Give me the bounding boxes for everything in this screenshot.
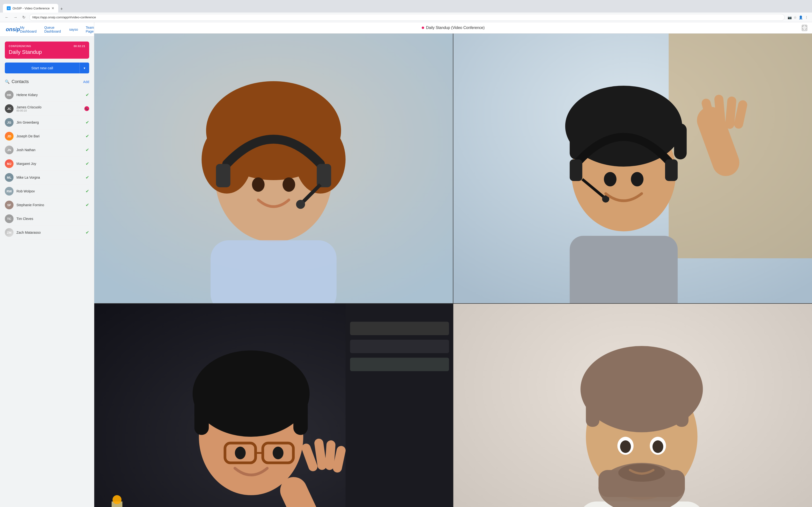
available-badge: ✔ [86,188,89,194]
svg-point-26 [604,172,616,186]
available-badge: ✔ [86,120,89,125]
contact-name: Helene Kidary [16,93,83,97]
svg-point-27 [631,172,644,186]
start-call-wrapper: Start new call ▾ [5,62,89,73]
avatar: SF [5,201,13,209]
svg-rect-36 [350,340,449,353]
avatar: JD [5,132,13,140]
contact-name: James Criscuolo [16,105,82,109]
contact-item[interactable]: ML Mike La Vorgna ✔ [5,171,89,184]
contact-status: 00:00:10 [16,109,82,112]
svg-point-12 [252,177,265,192]
svg-rect-22 [570,159,582,181]
svg-rect-51 [293,390,308,435]
contact-name: Rob Wolpov [16,189,83,193]
available-badge: ✔ [86,202,89,208]
contact-item[interactable]: JD Joseph De Bari ✔ [5,129,89,143]
forward-button[interactable]: → [12,14,18,20]
svg-point-39 [113,495,121,504]
avatar: ML [5,173,13,182]
contact-name: Margaret Joy [16,162,83,166]
contact-item[interactable]: JC James Criscuolo 00:00:10 📞 [5,102,89,116]
contacts-header: 🔍 Contacts Add [5,79,89,84]
svg-point-11 [296,200,305,209]
search-icon[interactable]: 🔍 [5,79,10,84]
conference-title: Daily Standup (Video Conference) [426,25,485,30]
svg-rect-21 [674,123,687,159]
contact-name: Joseph De Bari [16,134,83,138]
svg-point-70 [653,440,663,453]
sidebar: onsip My Dashboard Queue Dashboard sayso… [0,22,94,507]
tab-title: OnSIP - Video Conference [12,6,50,10]
svg-rect-62 [586,387,599,427]
busy-badge: 📞 [84,106,89,111]
svg-rect-50 [194,390,209,435]
contact-item[interactable]: JG Jim Greenberg ✔ [5,116,89,129]
video-cell-1 [94,34,453,303]
contacts-list: HK Helene Kidary ✔ JC James Criscuolo 00… [5,88,89,239]
contact-name: Mike La Vorgna [16,175,83,179]
contacts-title: Contacts [12,79,29,84]
contact-name: Tim Cleves [16,217,89,221]
available-badge: ✔ [86,147,89,153]
queue-dashboard-link[interactable]: Queue Dashboard [44,25,61,33]
tab-close-btn[interactable]: ✕ [51,6,54,10]
onsip-logo: onsip [6,26,20,33]
new-tab-button[interactable]: + [58,6,65,12]
available-badge: ✔ [86,230,89,235]
profile-icon[interactable]: 👤 [799,15,803,19]
contact-item[interactable]: HK Helene Kidary ✔ [5,88,89,102]
video-cell-3 [94,304,453,507]
back-button[interactable]: ← [4,14,10,20]
contact-name: Josh Nathan [16,148,83,152]
camera-icon: 📷 [788,15,792,19]
svg-point-56 [272,447,284,459]
refresh-button[interactable]: ↻ [21,14,27,20]
svg-rect-49 [206,392,296,419]
available-badge: ✔ [86,175,89,180]
sidebar-body: CONFERENCING 00:02:21 Daily Standup Star… [0,37,94,507]
url-text: https://app.onsip.com/app/#/video-confer… [33,15,96,19]
start-call-button[interactable]: Start new call [5,62,80,73]
svg-rect-35 [350,322,449,335]
svg-rect-17 [570,236,678,303]
available-badge: ✔ [86,161,89,166]
start-call-dropdown[interactable]: ▾ [80,62,89,73]
svg-point-13 [283,177,295,192]
contact-name: Jim Greenberg [16,120,83,124]
avatar: JC [5,104,13,113]
contact-name: Zach Matarasso [16,231,83,234]
bookmark-icon[interactable]: ☆ [794,15,797,19]
svg-rect-7 [210,240,337,303]
address-bar: ← → ↻ https://app.onsip.com/app/#/video-… [0,12,812,22]
avatar: JN [5,146,13,154]
contact-item[interactable]: SF Stephanie Fornino ✔ [5,198,89,212]
tab-favicon: O [7,6,11,10]
avatar: HK [5,91,13,99]
contact-item[interactable]: RW Rob Wolpov ✔ [5,184,89,198]
contact-item[interactable]: ZM Zach Matarasso ✔ [5,226,89,239]
add-contact-link[interactable]: Add [83,80,89,84]
url-bar[interactable]: https://app.onsip.com/app/#/video-confer… [29,14,785,21]
vc-header: Daily Standup (Video Conference) ⛶ [94,22,812,34]
my-dashboard-link[interactable]: My Dashboard [20,25,37,33]
active-tab[interactable]: O OnSIP - Video Conference ✕ [3,4,58,12]
menu-icon[interactable]: ⋮ [805,15,808,19]
live-indicator [422,26,424,29]
video-cell-4 [453,304,812,507]
svg-rect-8 [216,164,231,187]
available-badge: ✔ [86,92,89,98]
username-link[interactable]: sayso [69,27,78,32]
contact-item[interactable]: JN Josh Nathan ✔ [5,143,89,157]
avatar: TC [5,214,13,223]
avatar: MJ [5,159,13,168]
app-header: onsip My Dashboard Queue Dashboard sayso… [0,22,94,37]
contact-item[interactable]: MJ Margaret Joy ✔ [5,157,89,171]
svg-rect-63 [675,387,689,427]
available-badge: ✔ [86,133,89,139]
conferencing-label: CONFERENCING [9,45,31,48]
contact-item[interactable]: TC Tim Cleves [5,212,89,226]
fullscreen-button[interactable]: ⛶ [802,25,807,31]
svg-rect-37 [350,357,449,371]
video-grid [94,34,812,507]
